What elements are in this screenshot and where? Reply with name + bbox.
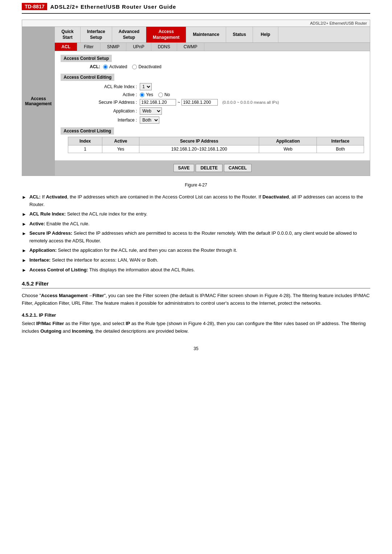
ip-range: ~ (0.0.0.0 ~ 0.0.0.0 means all IPs) bbox=[140, 99, 279, 106]
bullet-list: ► ACL: If Activated, the IP addresses wh… bbox=[22, 193, 370, 274]
nav-status[interactable]: Status bbox=[226, 27, 253, 42]
tab-upnp[interactable]: UPnP bbox=[126, 43, 151, 51]
active-no-radio[interactable] bbox=[158, 93, 163, 97]
active-no-option[interactable]: No bbox=[158, 92, 170, 97]
list-item-secure-ip: ► Secure IP Address: Select the IP addre… bbox=[22, 230, 370, 245]
tab-cwmp[interactable]: CWMP bbox=[177, 43, 204, 51]
secure-ip-to[interactable] bbox=[181, 99, 218, 106]
application-select[interactable]: WebTelnetFTPICMPSNMPAll bbox=[140, 107, 162, 115]
cell-application: Web bbox=[259, 145, 317, 153]
cell-active: Yes bbox=[102, 145, 139, 153]
active-label: Active : bbox=[82, 92, 137, 97]
acl-listing-section: Access Control Listing Index Active Secu… bbox=[61, 127, 364, 153]
bullet-arrow-6: ► bbox=[22, 257, 26, 264]
router-topbar: ADSL2/2+ Ethernet/USB Router bbox=[22, 20, 370, 27]
tab-filter[interactable]: Filter bbox=[77, 43, 101, 51]
list-item-active: ► Active: Enable the ACL rule. bbox=[22, 220, 370, 228]
nav-interface-setup[interactable]: InterfaceSetup bbox=[81, 27, 112, 42]
col-index: Index bbox=[68, 137, 102, 145]
nav-bar: QuickStart InterfaceSetup AdvancedSetup … bbox=[55, 27, 370, 43]
ip-filter-text: Select IP/Mac Filter as the Filter type,… bbox=[22, 320, 370, 335]
bullet-arrow-2: ► bbox=[22, 210, 26, 218]
acl-rule-index-select[interactable]: 12345 bbox=[140, 83, 152, 90]
ip-filter-heading: 4.5.2.1. IP Filter bbox=[22, 312, 370, 318]
application-label: Application : bbox=[82, 108, 137, 114]
acl-activated-label: Activated bbox=[109, 64, 127, 69]
bullet-arrow-1: ► bbox=[22, 193, 26, 201]
bullet-text-secure-ip: Secure IP Address: Select the IP address… bbox=[29, 230, 370, 245]
interface-select[interactable]: BothLANWAN bbox=[140, 116, 159, 124]
bullet-arrow-3: ► bbox=[22, 220, 26, 228]
tab-acl[interactable]: ACL bbox=[55, 43, 77, 51]
page-title: ADSL2/2+ Ethernet/USB Router User Guide bbox=[50, 4, 176, 10]
acl-deactivated-label: Deactivated bbox=[138, 64, 161, 69]
bullet-text-acl: ACL: If Activated, the IP addresses whic… bbox=[29, 193, 370, 209]
active-yes-radio[interactable] bbox=[140, 93, 144, 97]
active-yes-option[interactable]: Yes bbox=[140, 92, 153, 97]
cell-index: 1 bbox=[68, 145, 102, 153]
filter-intro: Choose "Access Management→Filter", you c… bbox=[22, 292, 370, 307]
list-item-interface: ► Interface: Select the interface for ac… bbox=[22, 257, 370, 264]
ip-tilde: ~ bbox=[177, 100, 180, 105]
editing-grid: ACL Rule Index : 12345 Active : bbox=[82, 83, 364, 124]
main-content: QuickStart InterfaceSetup AdvancedSetup … bbox=[55, 27, 370, 176]
bullet-text-application: Application: Select the application for … bbox=[29, 247, 237, 254]
acl-rule-index-label: ACL Rule Index : bbox=[82, 84, 137, 89]
model-badge: TD-8817 bbox=[22, 3, 47, 10]
content-area: Access Control Setup ACL: Activated Deac… bbox=[55, 51, 370, 160]
delete-button[interactable]: DELETE bbox=[196, 164, 222, 172]
acl-radio-group: Activated Deactivated bbox=[103, 64, 162, 69]
bullet-text-listing: Access Control of Listing: This displays… bbox=[29, 266, 195, 274]
col-interface: Interface bbox=[317, 137, 364, 145]
secure-ip-hint: (0.0.0.0 ~ 0.0.0.0 means all IPs) bbox=[222, 100, 279, 104]
acl-activated-option[interactable]: Activated bbox=[103, 64, 127, 69]
sidebar-label: AccessManagement bbox=[25, 96, 52, 106]
cancel-button[interactable]: CANCEL bbox=[224, 164, 252, 172]
acl-editing-title: Access Control Editing bbox=[61, 74, 114, 81]
list-item-application: ► Application: Select the application fo… bbox=[22, 247, 370, 255]
bullet-text-interface: Interface: Select the interface for acce… bbox=[29, 257, 158, 264]
interface-label: Interface : bbox=[82, 118, 137, 123]
list-item-listing: ► Access Control of Listing: This displa… bbox=[22, 266, 370, 274]
acl-editing-section: Access Control Editing ACL Rule Index : … bbox=[61, 74, 364, 124]
acl-activated-radio[interactable] bbox=[103, 65, 108, 69]
tab-ddns[interactable]: DDNS bbox=[151, 43, 177, 51]
sidebar-access-management: AccessManagement bbox=[22, 27, 55, 176]
cell-interface: Both bbox=[317, 145, 364, 153]
buttons-row: SAVE DELETE CANCEL bbox=[55, 160, 370, 176]
list-item-acl: ► ACL: If Activated, the IP addresses wh… bbox=[22, 193, 370, 209]
tab-snmp[interactable]: SNMP bbox=[101, 43, 127, 51]
acl-setup-section: Access Control Setup ACL: Activated Deac… bbox=[61, 55, 364, 69]
cell-secure-ip: 192.168.1.20~192.168.1.200 bbox=[139, 145, 259, 153]
acl-status-row: ACL: Activated Deactivated bbox=[90, 64, 364, 69]
bullet-text-acl-index: ACL Rule Index: Select the ACL rule inde… bbox=[29, 210, 147, 218]
col-active: Active bbox=[102, 137, 139, 145]
bullet-arrow-5: ► bbox=[22, 247, 26, 255]
col-application: Application bbox=[259, 137, 317, 145]
active-row: Active : Yes No bbox=[82, 92, 364, 97]
page-number: 35 bbox=[22, 346, 370, 351]
acl-deactivated-option[interactable]: Deactivated bbox=[132, 64, 161, 69]
figure-caption: Figure 4-27 bbox=[22, 182, 370, 188]
bullet-arrow-4: ► bbox=[22, 230, 26, 238]
secure-ip-row: Secure IP Address : ~ (0.0.0.0 ~ 0.0.0.0… bbox=[82, 99, 364, 106]
router-frame: ADSL2/2+ Ethernet/USB Router AccessManag… bbox=[22, 20, 370, 176]
acl-deactivated-radio[interactable] bbox=[132, 65, 137, 69]
nav-access-management[interactable]: AccessManagement bbox=[146, 27, 186, 42]
secure-ip-label: Secure IP Address : bbox=[82, 100, 137, 105]
list-item-acl-index: ► ACL Rule Index: Select the ACL rule in… bbox=[22, 210, 370, 218]
active-yes-label: Yes bbox=[146, 92, 153, 97]
bullet-text-active: Active: Enable the ACL rule. bbox=[29, 220, 90, 228]
secure-ip-from[interactable] bbox=[140, 99, 176, 106]
save-button[interactable]: SAVE bbox=[173, 164, 195, 172]
listing-table: Index Active Secure IP Address Applicati… bbox=[68, 137, 364, 153]
nav-quick-start[interactable]: QuickStart bbox=[55, 27, 80, 42]
active-no-label: No bbox=[164, 92, 170, 97]
table-row: 1 Yes 192.168.1.20~192.168.1.200 Web Bot… bbox=[68, 145, 364, 153]
application-row: Application : WebTelnetFTPICMPSNMPAll bbox=[82, 107, 364, 115]
acl-label: ACL: bbox=[90, 64, 100, 69]
nav-maintenance[interactable]: Maintenance bbox=[186, 27, 226, 42]
nav-advanced-setup[interactable]: AdvancedSetup bbox=[112, 27, 146, 42]
acl-setup-title: Access Control Setup bbox=[61, 55, 112, 62]
nav-help[interactable]: Help bbox=[253, 27, 278, 42]
